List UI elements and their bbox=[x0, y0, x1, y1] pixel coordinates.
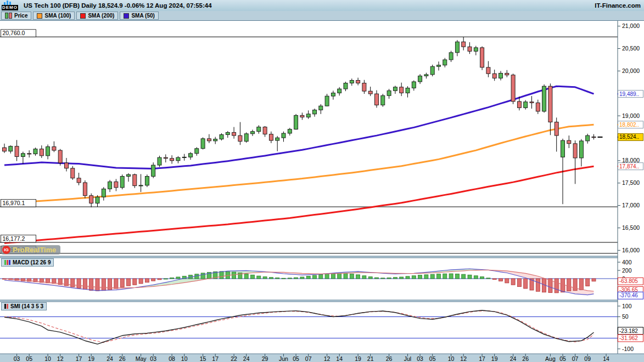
macd-histogram-bar bbox=[145, 279, 149, 282]
candle-body bbox=[313, 110, 317, 114]
macd-histogram-bar bbox=[133, 279, 137, 285]
time-tick-label: 29 bbox=[262, 355, 268, 362]
candle-body bbox=[536, 103, 540, 111]
time-tick-label: 07 bbox=[572, 355, 579, 362]
candle-body bbox=[499, 73, 503, 78]
macd-histogram-bar bbox=[263, 277, 267, 279]
macd-histogram-bar bbox=[108, 279, 112, 290]
candle-body bbox=[406, 88, 410, 93]
legend-price-button[interactable]: Price bbox=[1, 12, 31, 20]
candle-body bbox=[114, 182, 118, 188]
candle-body bbox=[400, 87, 404, 93]
candle-body bbox=[139, 185, 143, 186]
macd-histogram-bar bbox=[424, 275, 428, 279]
axis-tick-label: 16,000 bbox=[622, 247, 640, 253]
candle-body bbox=[77, 178, 81, 183]
time-tick-label: 26 bbox=[386, 355, 393, 362]
macd-histogram-bar bbox=[158, 279, 161, 280]
candle-body bbox=[52, 147, 56, 151]
macd-histogram-bar bbox=[276, 278, 279, 279]
macd-histogram-bar bbox=[430, 274, 434, 279]
macd-histogram-bar bbox=[244, 274, 248, 279]
time-tick-label: 10 bbox=[448, 355, 455, 362]
macd-histogram-bar bbox=[164, 279, 167, 279]
candle-body bbox=[189, 154, 193, 157]
smi-indicator-button[interactable]: SMI (14 3 5 3 bbox=[1, 302, 47, 310]
time-tick-label: 03 bbox=[150, 355, 156, 362]
axis-tick-label: 100 bbox=[622, 303, 632, 309]
legend-bar: Price SMA (100) SMA (200) SMA (50) bbox=[0, 11, 644, 21]
candle-body bbox=[276, 138, 279, 140]
candle-body bbox=[592, 137, 596, 138]
axis-tick-label: -100 bbox=[622, 346, 634, 352]
candle-body bbox=[226, 132, 229, 134]
macd-histogram-bar bbox=[437, 274, 441, 279]
time-tick-label: May bbox=[136, 355, 147, 362]
candle-body bbox=[96, 197, 99, 203]
candle-body bbox=[344, 83, 348, 89]
macd-histogram-bar bbox=[592, 279, 596, 281]
macd-histogram-bar bbox=[511, 279, 515, 285]
macd-histogram-bar bbox=[443, 274, 447, 279]
value-marker-label: 19,489.. bbox=[619, 91, 639, 97]
brand-label: IT-Finance.com bbox=[595, 2, 641, 9]
time-tick-label: 12 bbox=[324, 355, 331, 362]
time-tick-label: 14 bbox=[336, 355, 343, 362]
candle-body bbox=[424, 75, 428, 76]
macd-histogram-bar bbox=[406, 276, 410, 279]
time-tick-label: 14 bbox=[603, 355, 609, 362]
macd-histogram-bar bbox=[201, 273, 205, 279]
time-tick-label: 12 bbox=[460, 355, 467, 362]
candle-body bbox=[356, 81, 360, 83]
time-tick-label: 24 bbox=[107, 355, 113, 362]
macd-histogram-bar bbox=[288, 278, 292, 279]
candle-body bbox=[58, 150, 62, 163]
legend-sma50-button[interactable]: SMA (50) bbox=[120, 12, 158, 20]
axis-tick-label: 17,000 bbox=[622, 202, 640, 208]
time-tick-label: 21 bbox=[367, 355, 374, 362]
candle-body bbox=[102, 189, 105, 197]
time-tick-label: 09 bbox=[584, 355, 591, 362]
macd-histogram-bar bbox=[381, 278, 385, 279]
legend-sma200-button[interactable]: SMA (200) bbox=[76, 12, 118, 20]
time-tick-label: 24 bbox=[510, 355, 517, 362]
time-tick-label: 19 bbox=[355, 355, 361, 362]
macd-histogram-bar bbox=[176, 277, 180, 279]
time-tick-label: 17 bbox=[76, 355, 82, 362]
time-tick-label: 08 bbox=[169, 355, 175, 362]
candle-body bbox=[524, 102, 528, 108]
chart-canvas[interactable]: 20,760.016,970.116,177.215,932.021,00020… bbox=[0, 0, 644, 362]
candle-body bbox=[462, 42, 466, 47]
candle-body bbox=[449, 53, 453, 60]
macd-histogram-bar bbox=[71, 279, 75, 287]
candle-body bbox=[586, 135, 590, 141]
price-axis: 21,00020,50020,00019,00018,00017,50017,0… bbox=[618, 20, 644, 354]
macd-histogram-bar bbox=[356, 275, 360, 279]
macd-histogram-bar bbox=[77, 279, 81, 288]
candle-body bbox=[486, 67, 490, 73]
macd-histogram-bar bbox=[114, 279, 118, 289]
candle-body bbox=[306, 114, 310, 117]
candle-body bbox=[214, 139, 217, 141]
macd-histogram-bar bbox=[220, 272, 223, 279]
value-marker-label: -370.46 bbox=[619, 292, 638, 298]
candle-body bbox=[288, 129, 292, 133]
macd-indicator-button[interactable]: MACD (12 26 9 bbox=[1, 258, 54, 267]
time-tick-label: 26 bbox=[522, 355, 529, 362]
time-tick-label: 17 bbox=[479, 355, 485, 362]
candle-body bbox=[294, 115, 298, 129]
legend-sma100-button[interactable]: SMA (100) bbox=[33, 12, 75, 20]
macd-histogram-bar bbox=[319, 275, 323, 279]
candle-body bbox=[65, 163, 69, 168]
macd-histogram-bar bbox=[152, 279, 155, 281]
macd-indicator-label: MACD (12 26 9 bbox=[13, 259, 51, 265]
time-tick-label: 19 bbox=[491, 355, 498, 362]
candle-body bbox=[418, 76, 422, 82]
candle-body bbox=[201, 139, 205, 149]
candle-body bbox=[455, 42, 459, 53]
legend-sma100-label: SMA (100) bbox=[44, 13, 71, 19]
value-marker-label: 18,524.. bbox=[619, 134, 639, 140]
macd-histogram-bar bbox=[350, 274, 354, 279]
macd-histogram-bar bbox=[480, 277, 484, 279]
macd-histogram-bar bbox=[555, 279, 558, 293]
